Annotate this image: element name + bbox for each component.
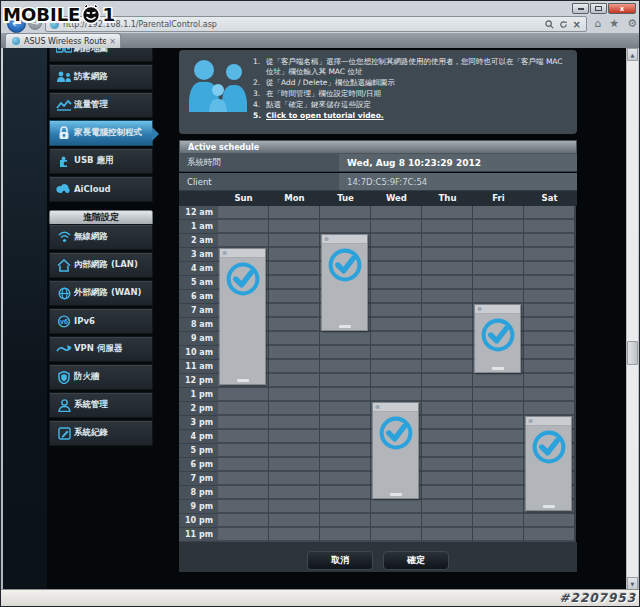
block-delete-icon[interactable]: ⊗ <box>324 235 329 242</box>
sidebar-item-parental-control[interactable]: 家長電腦控制程式 <box>49 120 153 146</box>
sidebar-item-label: 流量管理 <box>74 99 108 111</box>
browser-scrollbar[interactable]: ▲ ▼ <box>626 48 638 590</box>
close-button[interactable]: x <box>608 3 636 14</box>
scroll-up-icon[interactable]: ▲ <box>627 48 638 61</box>
time-label: 8 pm <box>179 486 218 500</box>
screenshot-root: x ← → http://192.168.1.1/ParentalControl… <box>0 0 640 607</box>
mobile01-devil-icon <box>81 3 101 25</box>
block-header: ⊗ <box>373 403 418 412</box>
block-resize-handle[interactable] <box>390 493 402 496</box>
block-resize-handle[interactable] <box>237 379 249 382</box>
time-label: 9 pm <box>179 500 218 514</box>
maximize-button[interactable] <box>590 3 607 14</box>
time-label: 10 pm <box>179 514 218 528</box>
traffic-manager-icon <box>54 99 74 111</box>
minimize-button[interactable] <box>572 3 589 14</box>
sidebar-item-label: 訪客網路 <box>74 71 108 83</box>
cancel-button[interactable]: 取消 <box>307 551 373 570</box>
instruction-step: 點選「確定」鍵來儲存這些設定 <box>253 100 569 110</box>
day-header-thu: Thu <box>422 191 473 206</box>
schedule-block-fri[interactable]: ⊗ <box>474 304 521 373</box>
mobile01-logo-suffix: 1 <box>102 4 115 25</box>
schedule-grid[interactable]: ⊗⊗⊗⊗⊗ <box>218 206 576 542</box>
maximize-icon <box>595 6 602 11</box>
days-header-stub <box>179 191 218 206</box>
router-page-viewport: 網路地圖訪客網路流量管理家長電腦控制程式USB 應用AiCloud進階設定無線網… <box>3 48 628 590</box>
time-label: 1 am <box>179 220 218 234</box>
tab-asus-router[interactable]: ASUS Wireless Router RT-... × <box>5 33 121 48</box>
block-resize-handle[interactable] <box>339 325 351 328</box>
sidebar-item-system-log[interactable]: 系統紀錄 <box>49 420 153 446</box>
family-icon <box>187 58 249 116</box>
svg-text:v6: v6 <box>60 318 68 325</box>
firewall-icon <box>54 371 74 384</box>
schedule-block-sat[interactable]: ⊗ <box>525 416 572 511</box>
block-delete-icon[interactable]: ⊗ <box>528 417 533 424</box>
mobile01-logo-text: MOBILE <box>3 4 80 25</box>
day-header-mon: Mon <box>269 191 320 206</box>
sidebar-item-wan[interactable]: 外部網路 (WAN) <box>49 280 153 306</box>
instruction-step: 從「客戶端名稱」選擇一位您想控制其網路使用的使用者，您同時也可以在「客戶端 MA… <box>253 57 569 77</box>
block-header: ⊗ <box>526 417 571 426</box>
stop-icon[interactable]: × <box>573 19 581 30</box>
tutorial-video-link[interactable]: Click to open tutorial video. <box>253 111 569 121</box>
guest-network-icon <box>54 71 74 83</box>
sidebar-item-guest-network[interactable]: 訪客網路 <box>49 64 153 90</box>
search-icon[interactable] <box>545 20 554 29</box>
block-delete-icon[interactable]: ⊗ <box>222 249 227 256</box>
block-delete-icon[interactable]: ⊗ <box>375 403 380 410</box>
post-id-watermark: #2207953 <box>559 591 636 605</box>
refresh-icon[interactable] <box>559 20 568 29</box>
sidebar-item-usb-application[interactable]: USB 應用 <box>49 148 153 174</box>
time-label: 3 pm <box>179 416 218 430</box>
sidebar-item-aicloud[interactable]: AiCloud <box>49 176 153 202</box>
time-label: 4 am <box>179 262 218 276</box>
sidebar-item-vpn-server[interactable]: VPN 伺服器 <box>49 336 153 362</box>
time-label: 12 pm <box>179 374 218 388</box>
sidebar-item-firewall[interactable]: 防火牆 <box>49 364 153 390</box>
day-header-sat: Sat <box>524 191 575 206</box>
action-buttons-row: 取消 確定 <box>179 542 577 572</box>
time-label: 11 pm <box>179 528 218 542</box>
sidebar-item-label: 網路地圖 <box>74 48 108 55</box>
active-schedule-header: Active schedule <box>179 140 577 154</box>
tools-gear-icon[interactable]: ⚙ <box>627 17 637 30</box>
home-icon[interactable]: ⌂ <box>594 17 601 30</box>
time-label: 10 am <box>179 346 218 360</box>
sidebar-item-label: IPv6 <box>74 316 95 326</box>
time-label: 8 am <box>179 318 218 332</box>
block-resize-handle[interactable] <box>543 505 555 508</box>
sidebar-item-lan[interactable]: 內部網路 (LAN) <box>49 252 153 278</box>
sidebar-item-wireless[interactable]: 無線網路 <box>49 224 153 250</box>
sidebar-item-label: USB 應用 <box>74 155 113 167</box>
scrollbar-thumb[interactable] <box>627 341 638 365</box>
sidebar-item-administration[interactable]: 系統管理 <box>49 392 153 418</box>
sidebar-item-network-map[interactable]: 網路地圖 <box>49 48 153 62</box>
schedule-block-sun[interactable]: ⊗ <box>219 248 266 385</box>
time-label: 9 am <box>179 332 218 346</box>
minimize-icon <box>578 8 584 10</box>
sidebar-item-traffic-manager[interactable]: 流量管理 <box>49 92 153 118</box>
time-label: 5 pm <box>179 444 218 458</box>
address-bar[interactable]: http://192.168.1.1/ParentalControl.asp × <box>45 16 587 32</box>
schedule-block-tue[interactable]: ⊗ <box>321 234 368 331</box>
apply-button[interactable]: 確定 <box>383 551 449 570</box>
block-header: ⊗ <box>322 235 367 244</box>
tab-close-icon[interactable]: × <box>109 37 116 46</box>
sidebar-item-label: AiCloud <box>74 184 111 194</box>
day-header-tue: Tue <box>320 191 371 206</box>
tab-bar: ASUS Wireless Router RT-... × <box>1 33 640 48</box>
time-label: 4 pm <box>179 430 218 444</box>
tab-favicon <box>12 37 20 45</box>
system-time-row: 系統時間 Wed, Aug 8 10:23:29 2012 <box>179 154 577 172</box>
favorites-star-icon[interactable]: ★ <box>609 17 619 30</box>
schedule-block-wed[interactable]: ⊗ <box>372 402 419 499</box>
block-delete-icon[interactable]: ⊗ <box>477 305 482 312</box>
check-circle-icon <box>225 261 261 297</box>
block-resize-handle[interactable] <box>492 367 504 370</box>
day-header-sun: Sun <box>218 191 269 206</box>
sidebar-item-ipv6[interactable]: v6IPv6 <box>49 308 153 334</box>
time-label: 11 am <box>179 360 218 374</box>
instructions-panel: 從「客戶端名稱」選擇一位您想控制其網路使用的使用者，您同時也可以在「客戶端 MA… <box>179 50 577 134</box>
mobile01-logo: MOBILE 1 <box>3 3 115 25</box>
